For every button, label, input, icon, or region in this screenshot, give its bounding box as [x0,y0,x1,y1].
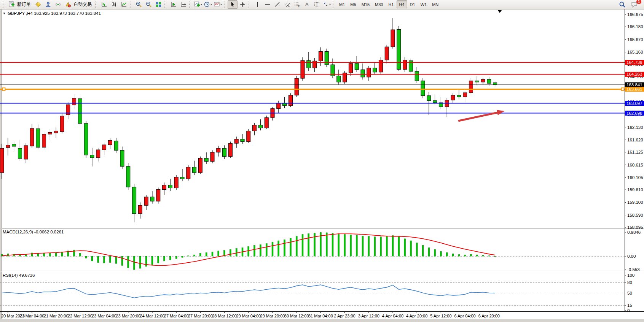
channel-tool-button[interactable]: E [282,0,292,9]
timeframe-button-mn[interactable]: MN [429,0,441,8]
svg-text:23 Mar 04:00: 23 Mar 04:00 [92,314,116,318]
candle-body [427,96,431,101]
candle-body [60,116,64,132]
new-order-button[interactable] [6,0,16,9]
candle-body [379,60,383,72]
svg-text:165.160: 165.160 [627,50,643,54]
svg-text:160.615: 160.615 [627,163,643,167]
svg-text:162.130: 162.130 [627,125,643,130]
notifications-button[interactable]: 1 [630,0,639,9]
svg-text:164.739: 164.739 [626,60,642,65]
candle-body [193,167,196,173]
candle-body [421,81,425,96]
indicators-button[interactable]: ▾ [213,0,223,9]
candle-body [84,124,88,155]
search-icon [619,1,626,8]
favorites-button[interactable] [33,0,43,9]
svg-text:0.00: 0.00 [627,254,636,259]
symbol-title-row[interactable]: ▼ GBPJPY-,H4 163.925 163.973 163.770 163… [3,11,101,16]
toolbar-grip[interactable] [164,2,166,8]
chart-shift-icon [180,1,187,8]
diamond-icon [35,1,41,8]
svg-text:E: E [288,5,290,7]
zoom-in-button[interactable] [134,0,143,9]
toolbar: 新订单 自动交易 [0,0,644,9]
candle-body [247,131,250,141]
candle-body [313,61,317,68]
text-icon: A [304,1,310,8]
timeframe-button-w1[interactable]: W1 [418,0,430,8]
timeframe-button-m15[interactable]: M15 [359,0,372,8]
market-watch-button[interactable] [43,0,53,9]
line-chart-mode-button[interactable] [119,0,129,9]
auto-scroll-button[interactable] [168,0,178,9]
toolbar-grip[interactable] [224,2,226,8]
vertical-line-tool-button[interactable] [252,0,262,9]
candle-body [493,82,497,84]
text-tool-button[interactable]: A [302,0,312,9]
timeframe-button-m30[interactable]: M30 [372,0,386,8]
tile-windows-button[interactable] [153,0,163,9]
toolbar-grip[interactable] [333,2,335,8]
trendline-tool-button[interactable] [272,0,282,9]
horizontal-line-tool-button[interactable] [262,0,272,9]
candle-body [42,134,46,148]
timeframe-button-m5[interactable]: M5 [348,0,359,8]
line-handle[interactable] [622,88,624,90]
arrows-tool-button[interactable]: ▾ [322,0,332,9]
search-button[interactable] [617,0,627,9]
bar-chart-mode-button[interactable] [99,0,109,9]
timeframe-button-h1[interactable]: H1 [386,0,396,8]
arrows-icon [322,1,329,8]
svg-text:162.698: 162.698 [626,111,642,116]
new-chart-button[interactable]: ▾ [193,0,203,9]
candle-body [223,148,226,157]
terminal-window: { "toolbar": { "new_order_label": "新订单",… [0,0,644,322]
candle-body [475,81,479,82]
timeframe-button-d1[interactable]: D1 [407,0,418,8]
candle-body [12,144,16,146]
candle-body [373,68,377,72]
line-handle[interactable] [3,88,5,90]
toolbar-grip[interactable] [249,2,250,8]
candle-body [156,189,160,201]
toolbar-grip[interactable] [95,2,97,8]
new-order-label[interactable]: 新订单 [17,1,31,8]
candle-body [126,167,130,187]
fibonacci-tool-button[interactable]: F [292,0,302,9]
auto-trading-label[interactable]: 自动交易 [73,1,92,8]
timeframe-button-h4[interactable]: H4 [397,0,407,8]
candle-body [367,68,371,77]
svg-text:22 Mar 12:00: 22 Mar 12:00 [68,314,92,318]
svg-text:158.590: 158.590 [627,213,643,217]
svg-text:161.620: 161.620 [627,138,643,142]
svg-text:4 Apr 04:00: 4 Apr 04:00 [382,314,403,318]
periods-button[interactable]: ▾ [203,0,213,9]
candle-body [319,52,322,61]
toolbar-grip[interactable] [189,2,191,8]
new-chart-icon [194,1,200,8]
svg-text:158.095: 158.095 [627,225,643,230]
svg-text:0.9846: 0.9846 [627,230,641,235]
line-chart-icon [121,1,127,8]
crosshair-icon [239,1,246,8]
toolbar-grip[interactable] [3,2,5,8]
crosshair-tool-button[interactable] [238,0,247,9]
chart-canvas[interactable]: 166.675166.180165.670165.160164.665164.1… [0,0,644,322]
timeframe-button-m1[interactable]: M1 [336,0,348,8]
candlestick-mode-button[interactable] [109,0,119,9]
text-label-tool-button[interactable]: T [312,0,322,9]
zoom-out-button[interactable] [143,0,153,9]
signals-button[interactable] [53,0,63,9]
svg-text:166.675: 166.675 [627,12,643,17]
auto-trading-button[interactable] [63,0,73,9]
chart-shift-button[interactable] [178,0,188,9]
indicators-icon [214,1,220,8]
candle-body [132,187,136,214]
candle-body [487,79,491,83]
candle-body [457,95,461,97]
candle-body [150,197,154,201]
svg-text:15: 15 [627,303,632,308]
toolbar-grip[interactable] [130,2,132,8]
cursor-tool-button[interactable] [228,0,238,9]
